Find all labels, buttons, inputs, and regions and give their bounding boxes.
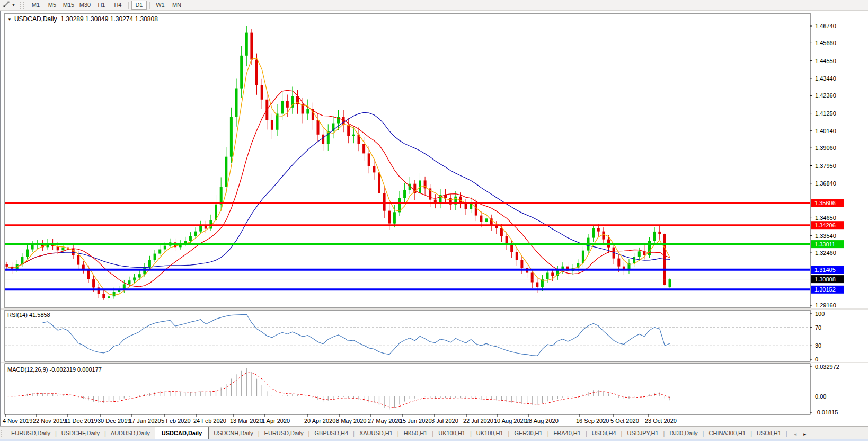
chart-collapse-toggle[interactable]: ▼ — [7, 17, 12, 22]
symbol-tab-usdchf-daily[interactable]: USDCHF,Daily — [57, 428, 104, 439]
tabs-scroll-left-button[interactable]: ◄ — [791, 432, 800, 437]
timeframe-button-m5[interactable]: M5 — [45, 1, 60, 10]
symbol-tab-hk50-h1[interactable]: HK50,H1 — [399, 428, 432, 439]
price-badge-1.35606: 1.35606 — [811, 199, 844, 207]
date-tick-label: 27 May 2020 — [368, 418, 402, 424]
date-tick-label: 11 Dec 2019 — [65, 418, 98, 424]
svg-text:1.34206: 1.34206 — [814, 222, 836, 228]
date-tick-label: 5 Oct 2020 — [610, 418, 639, 424]
macd-signal-value: 0.000177 — [77, 366, 102, 373]
symbol-tab-dj30-daily[interactable]: DJ30,Daily — [665, 428, 702, 439]
macd-tick-label: 0.00 — [815, 393, 826, 400]
ohlc-high: 1.30849 — [85, 15, 108, 23]
panel-splitter[interactable] — [1, 308, 868, 310]
timeframe-button-m30[interactable]: M30 — [77, 1, 93, 10]
date-tick-label: 8 May 2020 — [336, 418, 366, 424]
price-badge-1.30152: 1.30152 — [811, 286, 844, 294]
date-tick-label: 1 Apr 2020 — [262, 418, 290, 424]
price-badge-1.33011: 1.33011 — [811, 240, 844, 248]
symbol-tab-bar: EURUSD,Daily|USDCHF,Daily|AUDUSD,DailyUS… — [0, 426, 868, 439]
rsi-plot-area[interactable] — [5, 310, 810, 361]
macd-plot-area[interactable] — [5, 364, 810, 414]
date-tick-label: 23 Oct 2020 — [645, 418, 677, 424]
rsi-value: 41.5858 — [29, 312, 50, 318]
macd-tick-label: 0.032972 — [815, 364, 839, 370]
timeframe-toolbar: M1M5M15M30H1H4D1W1MN — [28, 0, 185, 10]
rsi-tick-label: 70 — [815, 324, 821, 331]
date-tick-label: 10 Aug 2020 — [494, 418, 527, 424]
symbol-tab-audusd-daily[interactable]: AUDUSD,Daily — [106, 428, 155, 439]
timeframe-button-h1[interactable]: H1 — [94, 1, 109, 10]
timeframe-button-m15[interactable]: M15 — [61, 1, 76, 10]
timeframe-button-h4[interactable]: H4 — [110, 1, 126, 10]
symbol-tab-eurusd-daily[interactable]: EURUSD,Daily — [260, 428, 308, 439]
timeframe-button-w1[interactable]: W1 — [153, 1, 168, 10]
date-tick-label: 3 Jul 2020 — [431, 418, 458, 424]
rsi-panel[interactable]: 10070300 — [5, 310, 825, 363]
price-tick-label: 1.42360 — [815, 92, 836, 99]
symbol-tab-usoil-h4[interactable]: USOil,H4 — [587, 428, 621, 439]
chart-ohlc-header: ▼USDCAD,Daily 1.30289 1.30849 1.30274 1.… — [7, 15, 158, 23]
tabs-scroll-right-button[interactable]: ► — [800, 432, 810, 437]
date-tick-label: 24 Feb 2020 — [193, 418, 226, 424]
price-tick-label: 1.40140 — [815, 128, 836, 134]
symbol-tab-uk100-h1[interactable]: UK100,H1 — [433, 428, 470, 439]
price-tick-label: 1.32460 — [815, 250, 836, 256]
price-badge-1.30808: 1.30808 — [811, 275, 844, 283]
date-tick-label: 22 Jul 2020 — [463, 418, 493, 424]
main-plot-area[interactable] — [5, 13, 810, 308]
date-tick-label: 28 Aug 2020 — [526, 418, 559, 424]
symbol-tab-uk100-h1[interactable]: UK100,H1 — [472, 428, 508, 439]
macd-value: -0.002319 — [49, 366, 76, 373]
line-studies-tool-button[interactable]: ▼ — [1, 1, 17, 10]
ohlc-low: 1.30274 — [110, 15, 133, 23]
price-tick-label: 1.36840 — [815, 180, 836, 187]
date-tick-label: 16 Sep 2020 — [576, 418, 609, 424]
symbol-tab-usoil-h1[interactable]: USOil,H1 — [752, 428, 786, 439]
ohlc-open: 1.30289 — [60, 15, 83, 23]
symbol-tab-eurusd-daily[interactable]: EURUSD,Daily — [6, 428, 55, 439]
price-tick-label: 1.44550 — [815, 58, 836, 64]
macd-indicator-label: MACD(12,26,9) -0.002319 0.000177 — [7, 366, 102, 373]
timeframe-button-m1[interactable]: M1 — [28, 1, 43, 10]
timeframe-button-d1[interactable]: D1 — [131, 1, 147, 10]
date-tick-label: 15 Jun 2020 — [400, 418, 432, 424]
symbol-tab-china300-h1[interactable]: CHINA300,H1 — [704, 428, 750, 439]
svg-text:1.30808: 1.30808 — [814, 276, 836, 283]
symbol-tab-gbpusd-h4[interactable]: GBPUSD,H4 — [309, 428, 353, 439]
date-tick-label: 20 Apr 2020 — [304, 418, 335, 424]
toolbar-separator — [149, 2, 150, 9]
date-tick-label: 13 Mar 2020 — [230, 418, 263, 424]
svg-text:1.33011: 1.33011 — [814, 241, 835, 248]
chevron-down-icon: ▼ — [12, 3, 15, 7]
symbol-tab-xauusd-h1[interactable]: XAUUSD,H1 — [355, 428, 397, 439]
date-tick-label: 17 Jan 2020 — [129, 418, 161, 424]
tab-separator: | — [786, 430, 787, 439]
toolbar-drag-handle[interactable] — [20, 2, 24, 9]
price-tick-label: 1.33540 — [815, 233, 836, 239]
symbol-tab-usdcnh-daily[interactable]: USDCNH,Daily — [209, 428, 258, 439]
chart-window: 1.467401.456601.445501.434401.423601.412… — [0, 11, 868, 427]
price-tick-label: 1.46740 — [815, 23, 836, 29]
symbol-tab-fra40-h1[interactable]: FRA40,H1 — [549, 428, 586, 439]
svg-text:1.35606: 1.35606 — [814, 200, 836, 206]
symbol-tab-usdjpy-h1[interactable]: USDJPY,H1 — [622, 428, 663, 439]
rsi-tick-label: 0 — [815, 356, 818, 363]
rsi-tick-label: 30 — [815, 342, 821, 349]
symbol-tab-ger30-h1[interactable]: GER30,H1 — [509, 428, 547, 439]
tabbar-drag-handle[interactable] — [1, 430, 5, 437]
symbol-tab-usdcad-daily[interactable]: USDCAD,Daily — [155, 427, 209, 439]
rsi-indicator-label: RSI(14) 41.5858 — [7, 312, 50, 318]
price-tick-label: 1.41250 — [815, 110, 836, 117]
date-tick-label: 5 Feb 2020 — [161, 418, 191, 424]
price-chart-canvas[interactable]: 1.467401.456601.445501.434401.423601.412… — [1, 11, 868, 441]
main-price-panel[interactable]: 1.467401.456601.445501.434401.423601.412… — [5, 13, 844, 308]
panel-splitter[interactable] — [1, 362, 868, 363]
timeframe-button-mn[interactable]: MN — [169, 1, 184, 10]
chart-symbol-label: USDCAD,Daily — [14, 15, 57, 23]
svg-text:1.31405: 1.31405 — [814, 267, 836, 273]
price-tick-label: 1.29160 — [815, 302, 836, 308]
price-tick-label: 1.37950 — [815, 163, 836, 169]
date-tick-label: 30 Dec 2019 — [98, 418, 130, 424]
macd-panel[interactable]: 0.0329720.00-0.01815 — [5, 364, 839, 416]
